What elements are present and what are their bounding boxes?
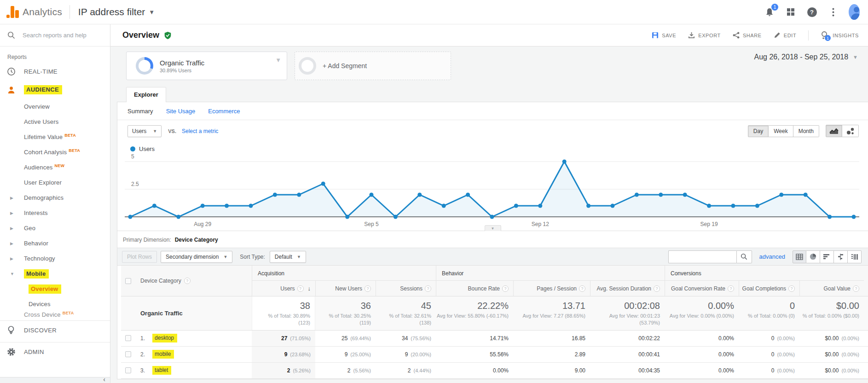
- sidebar-item-active-users[interactable]: Active Users: [0, 114, 110, 129]
- column-header-new-users[interactable]: New Users?: [315, 280, 376, 296]
- share-button[interactable]: SHARE: [733, 32, 762, 39]
- help-tooltip-icon[interactable]: ?: [425, 285, 431, 292]
- column-header-goal-completions[interactable]: Goal Completions?: [739, 280, 799, 296]
- sidebar-item-mobile[interactable]: ▼Mobile: [0, 266, 110, 281]
- help-tooltip-icon[interactable]: ?: [788, 285, 795, 292]
- granularity-day[interactable]: Day: [748, 125, 769, 137]
- table-view-icon[interactable]: [793, 250, 806, 263]
- sidebar-item-audiences[interactable]: AudiencesNEW: [0, 160, 110, 175]
- chevron-right-icon[interactable]: ▶: [10, 241, 13, 246]
- sidebar-item-geo[interactable]: ▶Geo: [0, 221, 110, 236]
- chevron-right-icon[interactable]: ▶: [10, 226, 13, 231]
- help-icon[interactable]: ?: [806, 6, 817, 17]
- table-search-button[interactable]: [736, 250, 752, 263]
- chevron-right-icon[interactable]: ▶: [10, 256, 13, 261]
- help-tooltip-icon[interactable]: ?: [728, 285, 734, 292]
- sort-type-select[interactable]: Default ▼: [270, 251, 306, 263]
- edit-button[interactable]: EDIT: [774, 32, 796, 39]
- insights-button[interactable]: 1INSIGHTS: [821, 31, 859, 40]
- sidebar-item-lifetime-value[interactable]: Lifetime ValueBETA: [0, 129, 110, 145]
- export-button[interactable]: EXPORT: [688, 32, 721, 39]
- tab-explorer[interactable]: Explorer: [126, 87, 166, 102]
- pivot-view-icon[interactable]: [848, 250, 862, 263]
- sidebar-item-real-time[interactable]: REAL-TIME: [0, 62, 110, 81]
- overflow-menu-icon[interactable]: [827, 6, 839, 17]
- chevron-down-icon[interactable]: ▼: [149, 9, 155, 16]
- table-row-desktop[interactable]: 1.desktop27(71.05%)25(69.44%)34(75.56%)1…: [121, 331, 868, 347]
- subtab-ecommerce[interactable]: Ecommerce: [208, 108, 240, 115]
- avatar[interactable]: [849, 6, 860, 17]
- select-a-metric-link[interactable]: Select a metric: [182, 128, 218, 134]
- chevron-right-icon[interactable]: ▶: [10, 211, 13, 215]
- column-header-goal-value[interactable]: Goal Value?: [799, 280, 864, 296]
- help-tooltip-icon[interactable]: ?: [579, 285, 585, 292]
- sidebar-item-overview[interactable]: Overview: [0, 281, 110, 296]
- help-tooltip-icon[interactable]: ?: [853, 285, 859, 292]
- metric-select[interactable]: Users ▼: [127, 125, 162, 137]
- sort-descending-icon[interactable]: ↓: [308, 285, 311, 292]
- device-category-value[interactable]: mobile: [152, 350, 174, 359]
- sidebar-item-overview[interactable]: Overview: [0, 99, 110, 114]
- device-category-value[interactable]: desktop: [152, 334, 177, 342]
- sidebar-item-admin[interactable]: ADMIN: [0, 342, 110, 361]
- sidebar-item-behavior[interactable]: ▶Behavior: [0, 236, 110, 251]
- subtab-site-usage[interactable]: Site Usage: [166, 108, 196, 115]
- account-selector[interactable]: IP address filter: [78, 6, 145, 17]
- users-line-chart[interactable]: 2.55Aug 29Sep 5Sep 12Sep 19: [125, 153, 859, 231]
- performance-view-icon[interactable]: [820, 250, 834, 263]
- column-header-pages-session[interactable]: Pages / Session?: [513, 280, 590, 296]
- motion-chart-icon[interactable]: [842, 125, 859, 137]
- help-tooltip-icon[interactable]: ?: [654, 285, 660, 292]
- column-header-goal-conversion-rate[interactable]: Goal Conversion Rate?: [665, 280, 739, 296]
- comparison-view-icon[interactable]: [834, 250, 848, 263]
- help-tooltip-icon[interactable]: ?: [365, 285, 371, 292]
- sidebar-item-user-explorer[interactable]: User Explorer: [0, 175, 110, 190]
- sidebar-item-devices[interactable]: Devices: [0, 296, 110, 312]
- chevron-down-icon[interactable]: ▼: [10, 272, 14, 276]
- column-header-avg-session-duration[interactable]: Avg. Session Duration?: [590, 280, 665, 296]
- sidebar-item-discover[interactable]: DISCOVER: [0, 321, 110, 339]
- primary-dimension-value[interactable]: Device Category: [175, 237, 218, 243]
- save-button[interactable]: SAVE: [652, 32, 676, 39]
- table-row-tablet[interactable]: 3.tablet2(5.26%)2(5.56%)2(4.44%)0.00%9.0…: [121, 363, 868, 379]
- sidebar-item-technology[interactable]: ▶Technology: [0, 251, 110, 266]
- row-checkbox[interactable]: [121, 347, 135, 362]
- table-row-mobile[interactable]: 2.mobile9(23.68%)9(25.00%)9(20.00%)55.56…: [121, 347, 868, 363]
- apps-grid-icon[interactable]: [785, 6, 796, 17]
- segment-chip[interactable]: Organic Traffic 30.89% Users ▼: [126, 52, 287, 80]
- select-all-checkbox[interactable]: [121, 266, 135, 296]
- column-header-sessions[interactable]: Sessions?: [376, 280, 436, 296]
- percent-view-icon[interactable]: [806, 250, 820, 263]
- help-tooltip-icon[interactable]: ?: [184, 278, 191, 284]
- secondary-dimension-button[interactable]: Secondary dimension ▼: [161, 251, 232, 263]
- help-tooltip-icon[interactable]: ?: [297, 285, 304, 292]
- subtab-summary[interactable]: Summary: [127, 108, 153, 115]
- sidebar-item-interests[interactable]: ▶Interests: [0, 205, 110, 221]
- collapse-sidebar-icon[interactable]: ‹: [103, 376, 105, 383]
- add-segment-button[interactable]: + Add Segment: [295, 52, 451, 80]
- row-checkbox[interactable]: [121, 331, 135, 346]
- sidebar-item-cross-device[interactable]: Cross DeviceBETA: [0, 312, 110, 318]
- date-range-picker[interactable]: Aug 26, 2018 - Sep 25, 2018 ▼: [754, 53, 858, 61]
- column-header-device-category[interactable]: Device Category?: [135, 266, 252, 296]
- row-checkbox[interactable]: [121, 363, 135, 378]
- plot-rows-button[interactable]: Plot Rows: [122, 251, 157, 263]
- chevron-down-icon[interactable]: ▼: [275, 57, 281, 64]
- granularity-month[interactable]: Month: [793, 125, 819, 137]
- advanced-search-link[interactable]: advanced: [759, 253, 785, 260]
- chart-collapse-handle[interactable]: ▼: [485, 225, 501, 231]
- granularity-week[interactable]: Week: [769, 125, 793, 137]
- column-header-users[interactable]: Users?↓: [252, 280, 315, 296]
- table-search-input[interactable]: [668, 250, 736, 263]
- sidebar-item-audience[interactable]: AUDIENCE: [0, 81, 110, 99]
- device-category-value[interactable]: tablet: [152, 366, 171, 375]
- sidebar-search[interactable]: Search reports and help: [0, 24, 110, 46]
- help-tooltip-icon[interactable]: ?: [502, 285, 509, 292]
- chevron-right-icon[interactable]: ▶: [10, 196, 13, 200]
- sidebar-collapse-bar[interactable]: ‹: [0, 377, 110, 383]
- bell-icon[interactable]: 1: [764, 6, 775, 17]
- sidebar-item-demographics[interactable]: ▶Demographics: [0, 190, 110, 205]
- column-header-bounce-rate[interactable]: Bounce Rate?: [436, 280, 513, 296]
- line-chart-icon[interactable]: [826, 125, 842, 137]
- sidebar-item-cohort-analysis[interactable]: Cohort AnalysisBETA: [0, 145, 110, 160]
